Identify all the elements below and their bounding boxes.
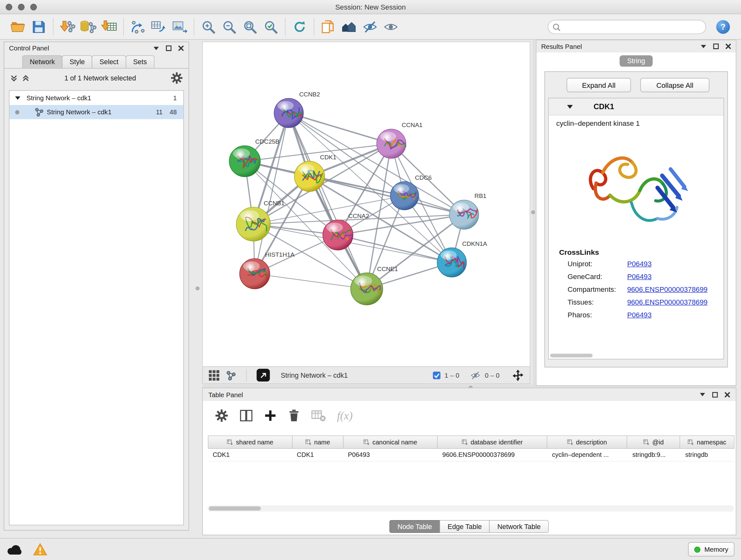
tab-node-table[interactable]: Node Table: [389, 520, 440, 533]
close-panel-icon[interactable]: [178, 45, 184, 51]
crosslink-link[interactable]: 9606.ENSP00000378699: [627, 298, 708, 306]
delete-table-icon[interactable]: [312, 409, 326, 422]
import-table-from-file-button[interactable]: [99, 16, 120, 37]
zoom-out-button[interactable]: [219, 16, 240, 37]
edge-count: 48: [170, 109, 177, 116]
tab-network[interactable]: Network: [22, 55, 63, 68]
toolbar-separator: [124, 18, 124, 36]
tab-edge-table[interactable]: Edge Table: [440, 520, 489, 533]
expand-all-networks-icon[interactable]: [10, 74, 18, 82]
search-input[interactable]: [562, 21, 702, 33]
splitter-handle[interactable]: [196, 287, 199, 290]
collapse-panel-icon[interactable]: [700, 44, 706, 48]
protein-result-card: CDK1 cyclin–dependent kinase 1: [548, 98, 724, 360]
column-header-namespace[interactable]: namespac: [680, 436, 734, 448]
network-options-gear-icon[interactable]: [171, 72, 183, 84]
collapse-all-networks-icon[interactable]: [22, 74, 30, 82]
crosslink-link[interactable]: P06493: [627, 272, 652, 280]
toolbar-separator: [285, 18, 285, 36]
import-network-database-icon: [80, 18, 96, 35]
splitter-handle[interactable]: [531, 210, 535, 214]
tab-string-results[interactable]: String: [620, 55, 653, 67]
main-toolbar: ?: [0, 14, 741, 40]
results-horizontal-scrollbar[interactable]: [550, 354, 593, 358]
cloud-icon[interactable]: [7, 543, 23, 556]
close-panel-icon[interactable]: [725, 44, 731, 49]
window-close-button[interactable]: [6, 4, 12, 10]
close-panel-icon[interactable]: [724, 392, 730, 397]
network-edge[interactable]: [255, 113, 289, 274]
new-network-button[interactable]: [128, 16, 148, 37]
export-network-button[interactable]: [257, 369, 270, 381]
title-bar: Session: New Session: [0, 0, 741, 14]
memory-button[interactable]: Memory: [688, 543, 734, 557]
network-row[interactable]: String Network – cdk1 11 48: [10, 105, 184, 119]
network-edge[interactable]: [289, 113, 367, 289]
table-horizontal-scrollbar[interactable]: [207, 505, 734, 511]
table-row[interactable]: CDK1 CDK1 P06493 9606.ENSP00000378699 cy…: [208, 449, 735, 461]
column-header-name[interactable]: name: [292, 436, 343, 448]
import-network-from-database-button[interactable]: [78, 16, 98, 37]
open-session-button[interactable]: [8, 16, 28, 37]
add-column-icon[interactable]: [264, 409, 277, 422]
crosslink-link[interactable]: P06493: [627, 311, 652, 319]
refresh-button[interactable]: [289, 16, 310, 37]
tab-network-table[interactable]: Network Table: [489, 520, 549, 533]
export-image-icon: [172, 19, 187, 34]
hidden-eye-slash-icon[interactable]: [470, 370, 481, 380]
tree-expand-icon[interactable]: [15, 96, 21, 100]
expand-all-button[interactable]: Expand All: [567, 78, 631, 92]
float-panel-icon[interactable]: [166, 45, 172, 51]
show-columns-icon[interactable]: [240, 409, 253, 422]
first-neighbors-button[interactable]: [339, 16, 360, 37]
collapse-panel-icon[interactable]: [699, 392, 705, 396]
zoom-fit-button[interactable]: [240, 16, 260, 37]
window-minimize-button[interactable]: [18, 4, 24, 10]
tab-select[interactable]: Select: [92, 55, 126, 68]
collapse-all-button[interactable]: Collapse All: [641, 78, 710, 92]
network-edge[interactable]: [255, 273, 367, 289]
selected-checkbox-icon[interactable]: [432, 371, 441, 380]
float-panel-icon[interactable]: [712, 392, 718, 397]
network-collection-row[interactable]: String Network – cdk1 1: [10, 91, 184, 105]
move-tool-icon[interactable]: [512, 369, 524, 381]
status-bar: Memory: [0, 538, 741, 560]
warning-icon[interactable]: [33, 543, 47, 556]
column-header-shared-name[interactable]: shared name: [208, 436, 292, 448]
birds-eye-view-icon[interactable]: [208, 369, 220, 381]
new-network-from-table-button[interactable]: [148, 16, 169, 37]
crosslink-link[interactable]: P06493: [627, 260, 652, 267]
column-header-description[interactable]: description: [547, 436, 627, 448]
crosslink-link[interactable]: 9606.ENSP00000378699: [627, 285, 708, 293]
function-builder-button[interactable]: f(x): [337, 409, 353, 422]
collapse-panel-icon[interactable]: [153, 46, 159, 50]
window-zoom-button[interactable]: [30, 4, 37, 10]
column-header-database-identifier[interactable]: database identifier: [438, 436, 547, 448]
show-all-button[interactable]: [381, 16, 401, 37]
zoom-selected-button[interactable]: [260, 16, 281, 37]
section-collapse-icon[interactable]: [567, 105, 574, 109]
cell-description: cyclin–dependent ...: [547, 449, 628, 461]
column-header-id[interactable]: @id: [627, 436, 680, 448]
delete-column-icon[interactable]: [288, 409, 300, 422]
scrollbar-thumb[interactable]: [209, 506, 261, 510]
zoom-in-button[interactable]: [198, 16, 219, 37]
import-network-from-file-button[interactable]: [57, 16, 78, 37]
search-icon: [552, 23, 561, 32]
column-header-canonical-name[interactable]: canonical name: [343, 436, 438, 448]
crosslinks-heading: CrossLinks: [559, 248, 724, 257]
copy-button[interactable]: [318, 16, 339, 37]
export-image-button[interactable]: [169, 16, 190, 37]
table-options-gear-icon[interactable]: [215, 409, 228, 422]
float-panel-icon[interactable]: [713, 44, 719, 49]
tab-style[interactable]: Style: [62, 55, 92, 68]
crosslink-label: GeneCard:: [568, 272, 627, 280]
network-edge[interactable]: [289, 113, 391, 144]
tab-sets[interactable]: Sets: [126, 55, 154, 68]
hide-selected-button[interactable]: [360, 16, 381, 37]
global-search-field[interactable]: [548, 19, 706, 34]
network-share-icon[interactable]: [226, 370, 237, 381]
network-canvas[interactable]: CCNB2CCNA1CDC25BCDK1CDC6RB1CCNB1CCNA2CDK…: [202, 42, 530, 366]
save-session-button[interactable]: [28, 16, 49, 37]
help-button[interactable]: ?: [713, 16, 733, 37]
